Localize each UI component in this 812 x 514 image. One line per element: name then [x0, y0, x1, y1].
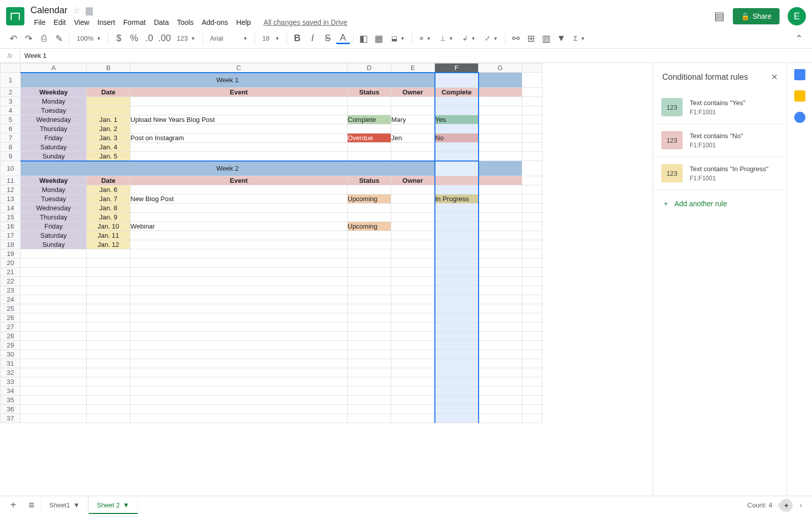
cell[interactable]: [391, 259, 435, 268]
cell[interactable]: [391, 368, 435, 377]
cell[interactable]: [348, 414, 391, 423]
row-header[interactable]: 3: [1, 97, 21, 106]
cell[interactable]: [348, 268, 391, 277]
cell-complete[interactable]: [435, 213, 479, 222]
cell[interactable]: [435, 286, 479, 295]
decrease-decimal-button[interactable]: .0: [142, 31, 156, 46]
cell[interactable]: [479, 213, 522, 222]
cell-event[interactable]: Upload New Years Blog Post: [130, 115, 348, 124]
cell[interactable]: [21, 341, 87, 350]
cell[interactable]: [87, 268, 130, 277]
cell[interactable]: [21, 313, 87, 323]
cell-status[interactable]: Upcoming: [348, 195, 391, 204]
increase-decimal-button[interactable]: .00: [157, 31, 172, 46]
cell[interactable]: [391, 377, 435, 387]
header-complete[interactable]: Complete: [435, 88, 479, 97]
row-header[interactable]: 1: [1, 73, 21, 88]
cell-event[interactable]: [130, 240, 348, 249]
cell-status[interactable]: [348, 204, 391, 213]
spreadsheet-grid[interactable]: A B C D E F G 1Week 12WeekdayDateEventSt…: [0, 63, 543, 423]
cell-owner[interactable]: [391, 231, 435, 240]
cell[interactable]: [130, 286, 348, 295]
row-header[interactable]: 30: [1, 350, 21, 359]
cell[interactable]: [21, 332, 87, 341]
percent-button[interactable]: %: [127, 31, 141, 46]
redo-button[interactable]: ↷: [21, 31, 36, 46]
cell[interactable]: [391, 304, 435, 313]
cell-weekday[interactable]: Sunday: [21, 152, 87, 161]
menu-view[interactable]: View: [71, 17, 93, 28]
cell[interactable]: [391, 286, 435, 295]
cell[interactable]: [391, 313, 435, 323]
row-header[interactable]: 17: [1, 231, 21, 240]
cell[interactable]: [391, 359, 435, 368]
cell-owner[interactable]: [391, 97, 435, 106]
cell-weekday[interactable]: Saturday: [21, 231, 87, 240]
cell-complete[interactable]: [435, 231, 479, 240]
cell[interactable]: [21, 295, 87, 304]
cell[interactable]: [479, 387, 522, 396]
col-header-f[interactable]: F: [435, 63, 479, 73]
cell[interactable]: [435, 359, 479, 368]
row-header[interactable]: 24: [1, 295, 21, 304]
cell-complete[interactable]: [435, 204, 479, 213]
valign-button[interactable]: ⊥▼: [436, 31, 457, 46]
cell-owner[interactable]: [391, 195, 435, 204]
cell[interactable]: [479, 313, 522, 323]
cell[interactable]: [479, 73, 522, 88]
cell[interactable]: [479, 286, 522, 295]
cell[interactable]: [130, 368, 348, 377]
cell-status[interactable]: [348, 152, 391, 161]
italic-button[interactable]: I: [306, 31, 320, 46]
cell[interactable]: [522, 176, 543, 185]
font-select[interactable]: Arial▼: [206, 31, 252, 46]
row-header[interactable]: 29: [1, 341, 21, 350]
cell[interactable]: [479, 134, 522, 143]
cell-owner[interactable]: [391, 240, 435, 249]
print-button[interactable]: ⎙: [37, 31, 51, 46]
cell[interactable]: [348, 277, 391, 286]
row-header[interactable]: 23: [1, 286, 21, 295]
halign-button[interactable]: ≡▼: [416, 31, 435, 46]
cell[interactable]: [435, 341, 479, 350]
cell[interactable]: [522, 368, 543, 377]
row-header[interactable]: 15: [1, 213, 21, 222]
cell-weekday[interactable]: Monday: [21, 185, 87, 195]
cell[interactable]: [87, 313, 130, 323]
cell[interactable]: [522, 204, 543, 213]
cell[interactable]: [435, 249, 479, 259]
cell[interactable]: [522, 387, 543, 396]
cell[interactable]: [21, 350, 87, 359]
add-rule-button[interactable]: ＋ Add another rule: [653, 190, 787, 217]
account-avatar[interactable]: E: [788, 7, 806, 25]
cell-event[interactable]: [130, 231, 348, 240]
menu-addons[interactable]: Add-ons: [198, 17, 231, 28]
cell[interactable]: [522, 277, 543, 286]
cell[interactable]: [522, 304, 543, 313]
cell[interactable]: [479, 88, 522, 97]
cell[interactable]: [435, 295, 479, 304]
cell[interactable]: [348, 341, 391, 350]
cell-date[interactable]: Jan. 7: [87, 195, 130, 204]
cell[interactable]: [522, 134, 543, 143]
cell[interactable]: [479, 106, 522, 115]
cell[interactable]: [479, 222, 522, 231]
menu-tools[interactable]: Tools: [174, 17, 197, 28]
cell-owner[interactable]: [391, 152, 435, 161]
cell[interactable]: [479, 341, 522, 350]
cell[interactable]: [21, 268, 87, 277]
cell-complete[interactable]: [435, 152, 479, 161]
cell[interactable]: [479, 115, 522, 124]
cell[interactable]: [130, 277, 348, 286]
tab-sheet1[interactable]: Sheet1▼: [41, 496, 88, 514]
cell[interactable]: [522, 97, 543, 106]
cell[interactable]: [348, 295, 391, 304]
cell[interactable]: [522, 323, 543, 332]
cell[interactable]: [21, 396, 87, 405]
comment-button[interactable]: ⊞: [524, 31, 538, 46]
cell[interactable]: [522, 286, 543, 295]
formula-input[interactable]: Week 1: [20, 50, 812, 61]
cell[interactable]: [130, 350, 348, 359]
row-header[interactable]: 13: [1, 195, 21, 204]
cell-weekday[interactable]: Tuesday: [21, 106, 87, 115]
